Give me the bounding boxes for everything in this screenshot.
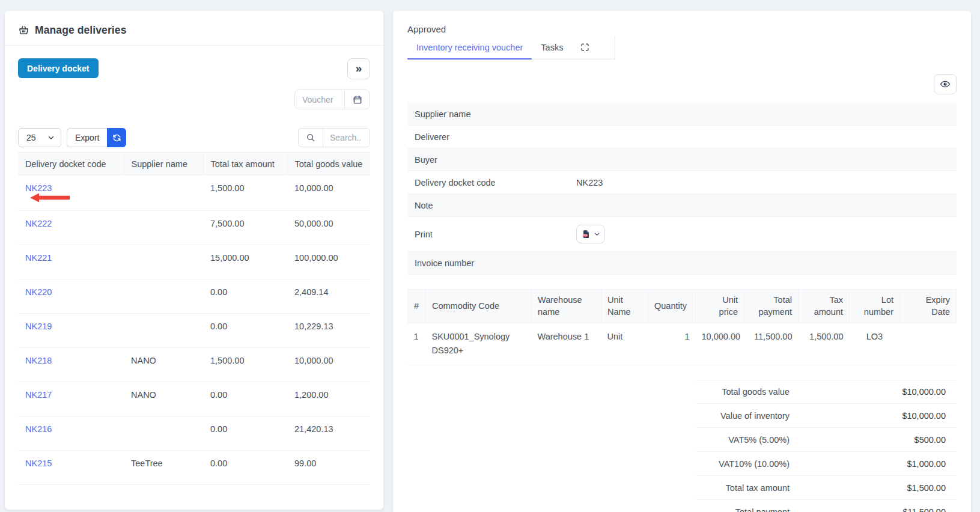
supplier-name-cell: [124, 314, 203, 348]
delivery-docket-link[interactable]: NK215: [25, 459, 52, 468]
total-goods-cell: 10,000.00: [287, 175, 370, 211]
supplier-name-cell: [124, 211, 203, 245]
total-goods-cell: 1,200.00: [287, 382, 370, 416]
column-header: Unit price: [696, 290, 744, 323]
delivery-docket-link[interactable]: NK218: [25, 356, 52, 365]
table-row: NK2160.0021,420.13: [18, 416, 370, 451]
delivery-docket-cell: NK220: [18, 279, 124, 314]
totals-row: Total payment$11,500.00: [696, 500, 957, 512]
supplier-name-cell: [124, 245, 203, 279]
supplier-name-cell: [124, 175, 203, 211]
expand-icon: [580, 43, 589, 52]
delivery-docket-button[interactable]: Delivery docket: [18, 58, 99, 78]
page-size-select[interactable]: 25: [18, 128, 61, 147]
delivery-docket-cell: NK221: [18, 245, 124, 279]
pdf-file-icon: PDF: [582, 230, 591, 239]
total-goods-cell: 21,420.13: [287, 416, 370, 451]
supplier-name-cell: [124, 279, 203, 314]
tab-tasks[interactable]: Tasks: [532, 35, 572, 59]
commodity-cell: [900, 323, 957, 365]
column-header: Tax amount: [799, 290, 850, 323]
totals-row: Total tax amount$1,500.00: [696, 476, 957, 500]
total-tax-cell: 7,500.00: [203, 211, 287, 245]
detail-row: Invoice number: [407, 252, 957, 275]
print-pdf-dropdown[interactable]: PDF: [576, 225, 605, 243]
totals-label: Value of inventory: [696, 411, 790, 421]
export-button[interactable]: Export: [67, 128, 107, 147]
preview-voucher-button[interactable]: [934, 74, 957, 94]
delivery-docket-link[interactable]: NK222: [25, 219, 52, 228]
total-tax-cell: 0.00: [203, 314, 287, 348]
delivery-docket-cell: NK219: [18, 314, 124, 348]
column-header: Total payment: [744, 290, 799, 323]
calendar-button[interactable]: [344, 90, 370, 109]
commodity-cell: Warehouse 1: [532, 323, 601, 365]
detail-label: Invoice number: [407, 258, 576, 268]
voucher-date-input[interactable]: [295, 90, 344, 109]
voucher-filter-group: [294, 90, 370, 109]
table-row: NK218NANO1,500.0010,000.00: [18, 348, 370, 382]
total-tax-cell: 1,500.00: [203, 175, 287, 211]
deliveries-list-card: Manage deliveries Delivery docket »: [5, 11, 383, 510]
totals-label: Total tax amount: [696, 483, 790, 493]
search-button[interactable]: [299, 129, 323, 147]
total-tax-cell: 1,500.00: [203, 348, 287, 382]
commodity-cell: SKU0001_Synology DS920+: [426, 323, 532, 365]
totals-row: Total goods value$10,000.00: [696, 380, 957, 404]
detail-row: Buyer: [407, 148, 957, 171]
commodity-cell: LO3: [850, 323, 900, 365]
refresh-icon: [112, 133, 121, 142]
totals-label: VAT10% (10.00%): [696, 459, 790, 469]
total-tax-cell: 0.00: [203, 416, 287, 451]
search-group: [298, 128, 370, 147]
column-header: Supplier name: [124, 153, 203, 175]
delivery-docket-link[interactable]: NK221: [25, 253, 52, 263]
commodity-cell: 1: [408, 323, 426, 365]
delivery-docket-link[interactable]: NK216: [25, 424, 52, 434]
commodity-cell: 11,500.00: [744, 323, 799, 365]
totals-value: $500.00: [790, 435, 957, 445]
total-tax-cell: 0.00: [203, 279, 287, 314]
detail-row: Supplier name: [407, 103, 957, 126]
delivery-docket-cell: NK223: [18, 175, 124, 211]
delivery-docket-link[interactable]: NK223: [25, 183, 52, 193]
collapse-panel-button[interactable]: »: [347, 58, 370, 79]
supplier-name-cell: [124, 416, 203, 451]
search-icon: [306, 133, 315, 142]
column-header: Commodity Code: [426, 290, 532, 323]
voucher-details-list: Supplier nameDelivererBuyerDelivery dock…: [407, 103, 957, 275]
totals-value: $1,000.00: [790, 459, 957, 469]
column-header: Lot number: [850, 290, 900, 323]
commodities-table: #Commodity CodeWarehouse nameUnit NameQu…: [407, 289, 957, 365]
column-header: Total tax amount: [203, 153, 287, 175]
deliveries-table: Delivery docket codeSupplier nameTotal t…: [18, 152, 370, 485]
expand-tab-button[interactable]: [572, 35, 598, 59]
manage-deliveries-page: Manage deliveries Delivery docket »: [0, 0, 980, 512]
refresh-button[interactable]: [107, 128, 126, 147]
totals-label: VAT5% (5.00%): [696, 435, 790, 445]
calendar-icon: [353, 95, 362, 105]
detail-label: Delivery docket code: [407, 178, 576, 187]
column-header: Quantity: [648, 290, 696, 323]
supplier-name-cell: TeeTree: [124, 451, 203, 485]
commodity-cell: 1: [648, 323, 696, 365]
delivery-docket-cell: NK218: [18, 348, 124, 382]
column-header: Expiry Date: [900, 290, 957, 323]
detail-label: Deliverer: [407, 132, 576, 142]
total-goods-cell: 2,409.14: [287, 279, 370, 314]
table-row: NK2190.0010,229.13: [18, 314, 370, 348]
chevron-down-icon: [47, 134, 55, 141]
table-row: NK215TeeTree0.0099.00: [18, 451, 370, 485]
delivery-docket-cell: NK215: [18, 451, 124, 485]
commodity-cell: 10,000.00: [696, 323, 744, 365]
totals-value: $10,000.00: [790, 387, 957, 397]
table-row: NK217NANO0.001,200.00: [18, 382, 370, 416]
delivery-docket-link[interactable]: NK217: [25, 390, 52, 400]
delivery-docket-cell: NK217: [18, 382, 124, 416]
totals-value: $11,500.00: [790, 507, 957, 512]
delivery-docket-link[interactable]: NK220: [25, 287, 52, 297]
total-tax-cell: 15,000.00: [203, 245, 287, 279]
delivery-docket-link[interactable]: NK219: [25, 322, 52, 331]
search-input[interactable]: [323, 129, 370, 147]
tab-inventory-receiving-voucher[interactable]: Inventory receiving voucher: [407, 35, 532, 59]
